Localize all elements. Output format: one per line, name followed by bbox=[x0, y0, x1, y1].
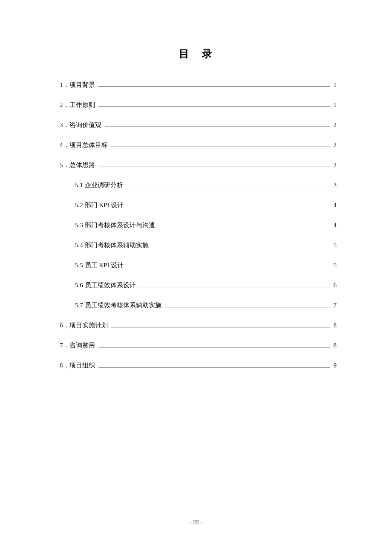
toc-leader bbox=[165, 307, 330, 307]
toc-page-number: 8 bbox=[332, 322, 337, 329]
toc-label: 3．咨询价值观 bbox=[60, 121, 103, 129]
toc-page-number: 2 bbox=[332, 142, 337, 149]
toc-entry: 5.5 员工 KPI 设计 5 bbox=[60, 261, 337, 269]
toc-entry: 5.6 员工绩效体系设计 6 bbox=[60, 281, 337, 289]
toc-page-number: 4 bbox=[332, 202, 337, 209]
toc-label: 1．项目背景 bbox=[60, 81, 97, 89]
toc-entry: 2．工作原则 1 bbox=[60, 101, 337, 109]
toc-title: 目 录 bbox=[60, 47, 337, 61]
toc-entry: 8．项目组织 9 bbox=[60, 361, 337, 370]
toc-entry: 5.7 员工绩效考核体系辅助实施 7 bbox=[60, 301, 337, 309]
toc-entry: 7．咨询费用 8 bbox=[60, 341, 337, 350]
toc-label: 5.4 部门考核体系辅助实施 bbox=[75, 241, 150, 249]
toc-entry: 5.2 部门 KPI 设计 4 bbox=[60, 201, 337, 209]
toc-label: 7．咨询费用 bbox=[60, 341, 97, 350]
toc-entry: 4．项目总体目标 2 bbox=[60, 141, 337, 149]
page-number-footer: - III - bbox=[0, 519, 392, 526]
toc-entry: 5.1 企业调研分析 3 bbox=[60, 181, 337, 189]
document-page: 目 录 1．项目背景 1 2．工作原则 1 3．咨询价值观 2 4．项目总体目标… bbox=[0, 0, 392, 370]
toc-page-number: 1 bbox=[332, 101, 337, 109]
toc-page-number: 1 bbox=[332, 81, 337, 89]
toc-leader bbox=[127, 207, 330, 207]
toc-leader bbox=[98, 347, 330, 347]
toc-page-number: 8 bbox=[332, 342, 337, 349]
toc-entry: 6．项目实施计划 8 bbox=[60, 321, 337, 330]
toc-page-number: 5 bbox=[332, 262, 337, 269]
toc-leader bbox=[111, 147, 330, 147]
toc-label: 2．工作原则 bbox=[60, 101, 97, 109]
toc-label: 5.3 部门考核体系设计与沟通 bbox=[75, 221, 157, 229]
toc-leader bbox=[152, 247, 330, 247]
toc-label: 8．项目组织 bbox=[60, 361, 97, 370]
toc-leader bbox=[127, 267, 330, 267]
toc-entry: 3．咨询价值观 2 bbox=[60, 121, 337, 129]
toc-page-number: 2 bbox=[332, 121, 337, 129]
toc-leader bbox=[105, 127, 330, 127]
toc-page-number: 6 bbox=[332, 282, 337, 289]
toc-label: 5.2 部门 KPI 设计 bbox=[75, 201, 125, 209]
toc-label: 5.5 员工 KPI 设计 bbox=[75, 261, 125, 269]
toc-entry: 5.3 部门考核体系设计与沟通 4 bbox=[60, 221, 337, 229]
toc-leader bbox=[98, 107, 330, 107]
toc-page-number: 7 bbox=[332, 302, 337, 309]
toc-leader bbox=[111, 327, 330, 327]
toc-page-number: 3 bbox=[332, 182, 337, 189]
toc-leader bbox=[127, 187, 330, 187]
toc-leader bbox=[139, 287, 330, 287]
toc-label: 5.1 企业调研分析 bbox=[75, 181, 125, 189]
toc-label: 4．项目总体目标 bbox=[60, 141, 110, 149]
toc-label: 5．总体思路 bbox=[60, 161, 97, 169]
toc-page-number: 5 bbox=[332, 242, 337, 249]
toc-leader bbox=[98, 167, 330, 167]
toc-label: 5.7 员工绩效考核体系辅助实施 bbox=[75, 301, 163, 309]
toc-page-number: 9 bbox=[332, 362, 337, 369]
toc-label: 6．项目实施计划 bbox=[60, 321, 110, 330]
toc-leader bbox=[98, 367, 330, 367]
toc-page-number: 2 bbox=[332, 162, 337, 169]
toc-entry: 5.4 部门考核体系辅助实施 5 bbox=[60, 241, 337, 249]
toc-entry: 1．项目背景 1 bbox=[60, 81, 337, 89]
toc-leader bbox=[159, 227, 330, 227]
toc-page-number: 4 bbox=[332, 222, 337, 229]
toc-leader bbox=[98, 87, 330, 87]
table-of-contents: 1．项目背景 1 2．工作原则 1 3．咨询价值观 2 4．项目总体目标 2 5… bbox=[60, 81, 337, 370]
toc-label: 5.6 员工绩效体系设计 bbox=[75, 281, 138, 289]
toc-entry: 5．总体思路 2 bbox=[60, 161, 337, 169]
